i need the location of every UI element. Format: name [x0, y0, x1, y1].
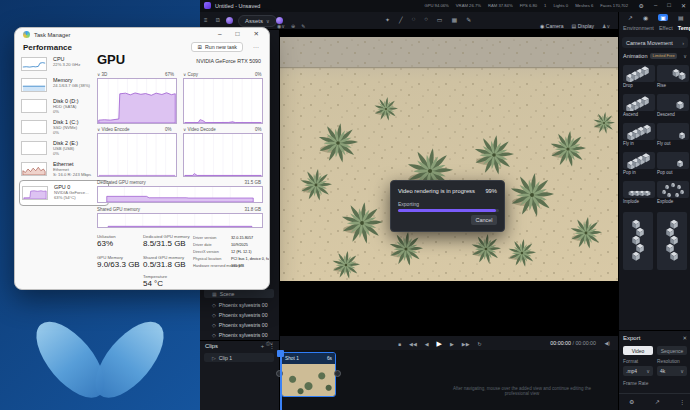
preset-implode[interactable]: Implode: [623, 181, 655, 204]
minimize-button[interactable]: –: [218, 30, 222, 38]
resolution-select[interactable]: 4k∨: [657, 366, 687, 376]
export-tab-sequence[interactable]: Sequence: [657, 346, 687, 355]
preset-descend[interactable]: Descend: [657, 94, 689, 117]
stat-fps: FPS 6.80: [520, 3, 537, 8]
sidebar-item-disk0[interactable]: Disk 0 (D:)HDD (SATA)0%: [21, 98, 107, 118]
add-shot-icon[interactable]: ⎙∨: [266, 340, 273, 347]
avatar-icon[interactable]: ◉∨: [277, 23, 285, 29]
scene-tree-item[interactable]: ◇Phoenix sylvestris 00: [204, 330, 274, 339]
preset-explode[interactable]: Explode: [657, 181, 689, 204]
ai-orb-icon[interactable]: [226, 17, 233, 24]
pen-icon[interactable]: ✎: [301, 23, 305, 29]
dialog-percent: 99%: [485, 188, 497, 194]
gpu-device-name: NVIDIA GeForce RTX 5090: [196, 58, 261, 64]
camera-movement-section[interactable]: Camera Movement ›: [622, 37, 688, 48]
maximize-button[interactable]: □: [236, 30, 240, 38]
menu-icon[interactable]: ≡: [204, 17, 208, 23]
animation-row[interactable]: Animation Limited Free ∨: [623, 53, 687, 59]
shared-memory-chart: [97, 213, 263, 228]
more-icon[interactable]: ⋮: [679, 398, 685, 405]
more-options-icon[interactable]: ···: [253, 44, 259, 50]
sidebar-item-cpu[interactable]: CPU22% 3.20 GHz: [21, 56, 107, 76]
folder-tool-icon[interactable]: ▭: [437, 16, 443, 23]
stat-meshes: Meshes 6: [575, 3, 593, 8]
preset-pop-in[interactable]: Pop in: [623, 152, 655, 175]
volume-icon[interactable]: ◀): [604, 340, 610, 346]
dedicated-memory-label: Dedicated GPU memory: [97, 180, 146, 185]
cancel-button[interactable]: Cancel: [471, 215, 497, 225]
next-icon[interactable]: ▶▶: [462, 341, 470, 347]
snapshot-icon[interactable]: ◉: [643, 14, 648, 21]
playhead-line[interactable]: [280, 350, 282, 410]
shared-memory-label: Shared GPU memory: [97, 207, 140, 212]
settings-icon[interactable]: ⚙: [629, 398, 634, 405]
export-footer: ⚙ ↗ ⋮: [619, 393, 690, 410]
monitor-icon[interactable]: ▤: [678, 14, 684, 21]
scene-tree-item[interactable]: ◇Phoenix sylvestris 00: [204, 320, 274, 329]
loop-icon[interactable]: ↻: [478, 341, 482, 347]
play-button[interactable]: ▶: [437, 340, 442, 348]
stat-lights: Lights 0: [553, 3, 568, 8]
step-forward-icon[interactable]: ▶: [450, 341, 454, 347]
settings-icon[interactable]: ⚙: [639, 2, 644, 9]
share-icon[interactable]: ↗: [628, 14, 633, 21]
export-close-icon[interactable]: ✕: [682, 335, 687, 341]
file-icon[interactable]: 🗎: [215, 17, 221, 23]
scene-icon: ▦: [212, 291, 217, 297]
gizmo-icon[interactable]: ⊕: [291, 23, 295, 29]
lasso-tool-icon[interactable]: ◌: [412, 16, 416, 23]
scene-tree-item[interactable]: ◇Phoenix sylvestris 00: [204, 310, 274, 319]
assets-dropdown[interactable]: Assets ∨: [238, 15, 277, 27]
tab-environment[interactable]: Environment: [623, 25, 654, 31]
stop-icon[interactable]: ■: [398, 341, 401, 347]
sidebar-item-gpu0[interactable]: GPU 0NVIDIA GeForce...63% (54°C): [19, 180, 109, 206]
scene-tree-item[interactable]: ◇Phoenix sylvestris 00: [204, 300, 274, 309]
step-back-icon[interactable]: ◀: [425, 341, 429, 347]
sidebar-item-disk2[interactable]: Disk 2 (E:)USB (USB)0%: [21, 140, 107, 160]
trim-handle-right[interactable]: [334, 370, 341, 377]
sidebar-item-memory[interactable]: Memory24.1/63.7 GB (38%): [21, 77, 107, 97]
export-tab-video[interactable]: Video: [623, 346, 653, 355]
cube-mode-button[interactable]: ▣: [658, 14, 668, 21]
preset-fly-out[interactable]: Fly out: [657, 123, 689, 146]
display-button[interactable]: ▤ Display: [572, 23, 595, 29]
preset-ascend[interactable]: Ascend: [623, 94, 655, 117]
preset-thumbnail[interactable]: [623, 212, 653, 270]
sidebar-item-disk1[interactable]: Disk 1 (C:)SSD (NVMe)0%: [21, 119, 107, 139]
preset-rise[interactable]: Rise: [657, 65, 689, 88]
preset-thumbnail[interactable]: [657, 212, 687, 270]
close-button[interactable]: ✕: [254, 30, 259, 38]
line-tool-icon[interactable]: ╱: [399, 16, 403, 23]
stat-temperature: Temperature 54 °C: [143, 274, 167, 288]
sidebar-item-ethernet[interactable]: EthernetEthernetS: 16.0 R: 243 Mbps: [21, 161, 107, 181]
minimize-button[interactable]: –: [654, 2, 657, 9]
ellipse-tool-icon[interactable]: ○: [424, 16, 428, 23]
timeline-track[interactable]: After navigating, mouse over the added v…: [280, 350, 618, 410]
tab-template[interactable]: Template: [678, 25, 690, 31]
windows-bloom-logo: [15, 295, 185, 410]
dialog-status: Exporting: [398, 201, 419, 207]
view-options-icon[interactable]: ♟∨: [602, 23, 610, 29]
tab-effect[interactable]: Effect: [659, 25, 673, 31]
prev-icon[interactable]: ◀◀: [409, 341, 417, 347]
clip-thumbnail: [282, 364, 335, 397]
preset-fly-in[interactable]: Fly in: [623, 123, 655, 146]
chart-encode-value: 0%: [165, 127, 172, 132]
clip-item[interactable]: ▷ Clip 1: [204, 353, 274, 362]
progress-fill: [398, 209, 496, 212]
export-icon[interactable]: ↗: [655, 398, 660, 405]
shot-clip[interactable]: Shot 1 6s: [281, 352, 336, 397]
run-new-task-button[interactable]: ⊞ Run new task: [191, 42, 243, 52]
add-clip-icon[interactable]: +: [261, 343, 264, 349]
camera-button[interactable]: ◉ Camera: [540, 23, 564, 29]
light-tool-icon[interactable]: ✦: [385, 16, 390, 23]
scene-item[interactable]: ▦ Scene: [204, 289, 274, 298]
maximize-button[interactable]: □: [667, 2, 671, 9]
format-select[interactable]: .mp4∨: [623, 366, 653, 376]
close-button[interactable]: ✕: [681, 2, 686, 9]
preset-pop-out[interactable]: Pop out: [657, 152, 689, 175]
timecode: 00:00:00 / 00:00:00: [550, 340, 596, 346]
grid-tool-icon[interactable]: ▦: [452, 16, 458, 23]
preset-drop[interactable]: Drop: [623, 65, 655, 88]
brush-tool-icon[interactable]: ✎: [466, 16, 471, 23]
